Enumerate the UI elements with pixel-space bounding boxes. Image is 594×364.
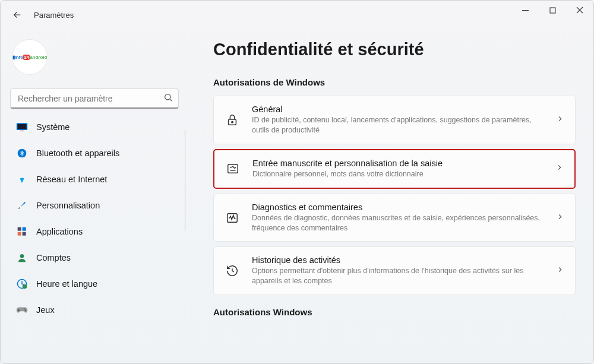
card-diagnostics[interactable]: Diagnostics et commentaires Données de d… bbox=[213, 194, 576, 242]
maximize-icon bbox=[549, 7, 556, 14]
brush-icon bbox=[16, 200, 28, 211]
svg-point-1 bbox=[165, 94, 170, 100]
card-title: Historique des activités bbox=[252, 255, 544, 265]
svg-point-10 bbox=[20, 254, 24, 258]
sidebar-item-label: Jeux bbox=[36, 305, 55, 315]
svg-point-12 bbox=[23, 284, 27, 289]
svg-rect-7 bbox=[23, 227, 26, 231]
back-button[interactable] bbox=[5, 3, 29, 27]
svg-rect-6 bbox=[18, 227, 21, 231]
card-subtitle: Options permettant d'obtenir plus d'info… bbox=[252, 266, 544, 286]
search-icon bbox=[163, 93, 173, 105]
sidebar: ▮Info24android Système Bluetooth et appa… bbox=[1, 29, 185, 363]
sidebar-item-label: Système bbox=[36, 122, 69, 132]
clock-globe-icon bbox=[16, 278, 28, 290]
minimize-icon bbox=[522, 7, 529, 14]
sidebar-item-personalization[interactable]: Personnalisation bbox=[10, 194, 179, 217]
section-heading: Autorisations de Windows bbox=[213, 77, 576, 87]
sidebar-item-network[interactable]: Réseau et Internet bbox=[10, 168, 179, 191]
card-inking-typing[interactable]: Entrée manuscrite et personnalisation de… bbox=[213, 149, 576, 189]
sidebar-item-label: Applications bbox=[36, 227, 83, 236]
chevron-right-icon bbox=[556, 265, 564, 276]
activity-icon bbox=[225, 210, 240, 226]
avatar-logo: ▮Info24android bbox=[12, 55, 47, 60]
svg-rect-9 bbox=[23, 232, 26, 236]
page-title: Confidentialité et sécurité bbox=[213, 40, 576, 59]
arrow-left-icon bbox=[12, 10, 23, 20]
section-heading: Autorisations Windows bbox=[213, 307, 576, 317]
card-subtitle: Dictionnaire personnel, mots dans votre … bbox=[252, 169, 544, 179]
card-subtitle: ID de publicité, contenu local, lancemen… bbox=[252, 115, 544, 135]
svg-point-13 bbox=[24, 308, 25, 309]
bluetooth-icon bbox=[16, 147, 28, 159]
sidebar-item-system[interactable]: Système bbox=[10, 116, 179, 138]
sidebar-item-label: Comptes bbox=[36, 253, 71, 262]
maximize-button[interactable] bbox=[539, 1, 566, 20]
sidebar-item-gaming[interactable]: Jeux bbox=[10, 299, 179, 321]
sidebar-item-accounts[interactable]: Comptes bbox=[10, 246, 179, 269]
chevron-right-icon bbox=[556, 115, 564, 125]
chevron-right-icon bbox=[556, 213, 564, 223]
person-icon bbox=[16, 252, 28, 264]
search-input[interactable] bbox=[10, 88, 179, 109]
window-title: Paramètres bbox=[34, 11, 74, 20]
minimize-button[interactable] bbox=[511, 1, 539, 20]
sidebar-item-label: Personnalisation bbox=[36, 201, 100, 210]
close-icon bbox=[576, 7, 583, 14]
svg-point-14 bbox=[25, 310, 26, 311]
apps-icon bbox=[16, 226, 28, 238]
history-icon bbox=[225, 263, 240, 278]
sidebar-item-label: Bluetooth et appareils bbox=[36, 148, 119, 158]
sidebar-item-label: Heure et langue bbox=[36, 279, 97, 289]
card-title: Entrée manuscrite et personnalisation de… bbox=[252, 159, 544, 168]
svg-rect-4 bbox=[20, 131, 24, 131]
svg-rect-0 bbox=[550, 8, 555, 13]
chevron-right-icon bbox=[555, 163, 564, 174]
handwriting-icon bbox=[225, 161, 241, 176]
card-general[interactable]: Général ID de publicité, contenu local, … bbox=[213, 96, 576, 144]
card-title: Diagnostics et commentaires bbox=[252, 202, 544, 212]
card-title: Général bbox=[252, 105, 544, 114]
sidebar-item-label: Réseau et Internet bbox=[36, 175, 107, 184]
sidebar-item-apps[interactable]: Applications bbox=[10, 220, 179, 243]
card-subtitle: Données de diagnostic, données manuscrit… bbox=[252, 213, 544, 233]
avatar[interactable]: ▮Info24android bbox=[12, 40, 47, 74]
monitor-icon bbox=[16, 121, 28, 133]
svg-point-16 bbox=[232, 121, 233, 122]
main-content: Confidentialité et sécurité Autorisation… bbox=[185, 29, 593, 363]
svg-rect-8 bbox=[18, 232, 21, 236]
card-activity-history[interactable]: Historique des activités Options permett… bbox=[213, 246, 576, 295]
lock-icon bbox=[225, 112, 240, 128]
close-button[interactable] bbox=[566, 1, 593, 20]
svg-rect-3 bbox=[18, 124, 27, 129]
gamepad-icon bbox=[16, 304, 28, 316]
svg-rect-17 bbox=[228, 164, 238, 173]
sidebar-item-time-language[interactable]: Heure et langue bbox=[10, 273, 179, 295]
wifi-icon bbox=[16, 173, 28, 185]
sidebar-item-bluetooth[interactable]: Bluetooth et appareils bbox=[10, 142, 179, 164]
